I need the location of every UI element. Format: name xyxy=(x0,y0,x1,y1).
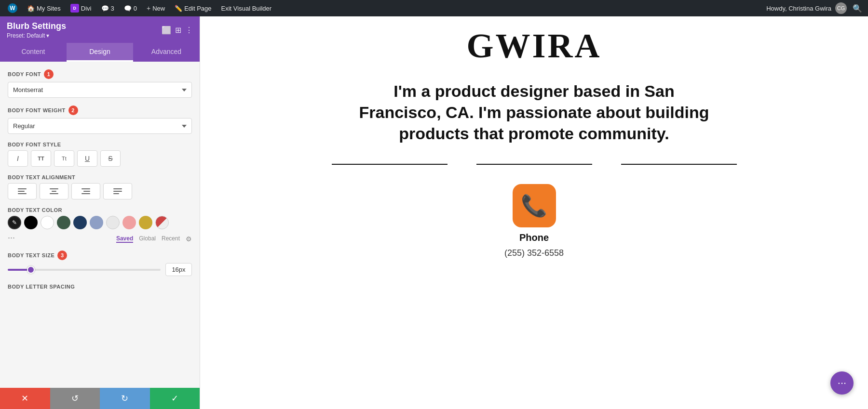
badge-1: 1 xyxy=(44,69,54,79)
align-left-button[interactable] xyxy=(8,183,37,199)
color-tab-global[interactable]: Global xyxy=(139,235,156,243)
body-letter-spacing-label: Body Letter Spacing xyxy=(8,284,192,290)
comment-icon: 🗨️ xyxy=(124,5,132,12)
slider-row: 16px xyxy=(8,263,192,276)
color-tab-saved[interactable]: Saved xyxy=(116,235,133,243)
color-white[interactable] xyxy=(41,216,54,229)
tagline-text: I'm a product designer based in San Fran… xyxy=(356,80,713,145)
panel-footer: ✕ ↺ ↻ ✓ xyxy=(0,388,200,409)
panel-content: Body Font 1 Montserrat Default Open Sans… xyxy=(0,62,200,388)
divi-icon: D xyxy=(70,4,79,13)
expand-icon[interactable]: ⬜ xyxy=(162,26,171,35)
comment-count: 3 xyxy=(111,5,114,12)
body-font-weight-field: Body Font Weight 2 Regular Thin Light Me… xyxy=(8,106,192,134)
color-light-gray[interactable] xyxy=(106,216,120,229)
search-icon[interactable]: 🔍 xyxy=(851,2,864,15)
underline-button[interactable]: U xyxy=(77,150,97,167)
chevron-down-icon: ▾ xyxy=(46,32,49,39)
exit-builder-link[interactable]: Exit Visual Builder xyxy=(217,0,276,16)
color-red-striped[interactable] xyxy=(155,216,169,229)
floating-dots-icon: ··· xyxy=(838,377,846,389)
color-dark-green[interactable] xyxy=(57,216,70,229)
save-button[interactable]: ✓ xyxy=(150,388,200,409)
color-dark-blue[interactable] xyxy=(73,216,87,229)
style-buttons: I TT Tt U S xyxy=(8,150,192,167)
plus-icon: + xyxy=(147,4,150,12)
avatar[interactable]: CG xyxy=(835,2,847,14)
body-font-weight-select[interactable]: Regular Thin Light Medium Bold xyxy=(8,118,192,134)
align-buttons xyxy=(8,183,192,199)
tab-advanced[interactable]: Advanced xyxy=(133,43,200,62)
uppercase-button[interactable]: TT xyxy=(31,150,51,167)
cancel-icon: ✕ xyxy=(21,393,28,404)
panel-preset[interactable]: Preset: Default ▾ xyxy=(7,32,66,39)
body-text-alignment-label: Body Text Alignment xyxy=(8,174,192,180)
tab-design[interactable]: Design xyxy=(67,43,133,62)
wordpress-icon: W xyxy=(8,3,17,13)
bubbles-link[interactable]: 🗨️ 0 xyxy=(120,0,141,16)
edit-page-link[interactable]: ✏️ Edit Page xyxy=(171,0,215,16)
tab-content[interactable]: Content xyxy=(0,43,67,62)
text-size-value[interactable]: 16px xyxy=(165,263,192,276)
columns-icon[interactable]: ⊞ xyxy=(175,26,181,35)
wp-logo[interactable]: W xyxy=(4,0,21,16)
badge-3: 3 xyxy=(57,251,67,260)
redo-button[interactable]: ↻ xyxy=(100,388,150,409)
bubble-count: 0 xyxy=(134,5,137,12)
house-icon: 🏠 xyxy=(27,5,35,12)
hero-title: GWIRA xyxy=(466,26,601,66)
color-tab-recent[interactable]: Recent xyxy=(162,235,180,243)
tabs-row: Content Design Advanced xyxy=(0,43,200,62)
color-settings-icon[interactable]: ⚙ xyxy=(186,235,192,243)
new-link[interactable]: + New xyxy=(143,0,169,16)
floating-options-button[interactable]: ··· xyxy=(830,371,854,395)
align-center-button[interactable] xyxy=(40,183,68,199)
pencil-icon: ✏️ xyxy=(175,5,182,12)
undo-icon: ↺ xyxy=(71,393,79,404)
edit-page-label: Edit Page xyxy=(184,5,211,12)
color-swatches-row: ✎ xyxy=(8,216,192,229)
strikethrough-button[interactable]: S xyxy=(100,150,121,167)
divi-link[interactable]: D Divi xyxy=(67,0,95,16)
color-light-pink[interactable] xyxy=(122,216,136,229)
capitalize-button[interactable]: Tt xyxy=(54,150,74,167)
panel-title: Blurb Settings xyxy=(7,21,66,31)
italic-button[interactable]: I xyxy=(8,150,28,167)
color-black[interactable] xyxy=(24,216,38,229)
comments-link[interactable]: 💬 3 xyxy=(97,0,118,16)
cancel-button[interactable]: ✕ xyxy=(0,388,50,409)
body-text-color-label: Body Text Color xyxy=(8,207,192,213)
align-right-button[interactable] xyxy=(71,183,100,199)
undo-button[interactable]: ↺ xyxy=(50,388,100,409)
speech-bubble-icon: 💬 xyxy=(101,5,109,12)
body-font-label: Body Font 1 xyxy=(8,69,192,79)
main-layout: Blurb Settings Preset: Default ▾ ⬜ ⊞ ⋮ C… xyxy=(0,16,868,409)
body-text-alignment-field: Body Text Alignment xyxy=(8,174,192,199)
top-bar-right: Howdy, Christina Gwira CG 🔍 xyxy=(766,2,864,15)
body-font-field: Body Font 1 Montserrat Default Open Sans… xyxy=(8,69,192,98)
body-letter-spacing-field: Body Letter Spacing xyxy=(8,284,192,290)
more-swatches-button[interactable]: ··· xyxy=(8,233,15,243)
slider-thumb[interactable] xyxy=(27,266,35,274)
body-font-select[interactable]: Montserrat Default Open Sans Roboto Lato xyxy=(8,82,192,98)
contact-value: (255) 352-6558 xyxy=(504,248,564,258)
color-light-blue[interactable] xyxy=(90,216,103,229)
body-font-style-label: Body Font Style xyxy=(8,142,192,147)
align-justify-button[interactable] xyxy=(103,183,132,199)
color-picker-button[interactable]: ✎ xyxy=(8,216,21,229)
redo-icon: ↻ xyxy=(121,393,128,404)
body-font-weight-label: Body Font Weight 2 xyxy=(8,106,192,115)
more-options-icon[interactable]: ⋮ xyxy=(185,26,193,35)
text-size-slider[interactable] xyxy=(8,269,161,271)
color-gold[interactable] xyxy=(139,216,152,229)
user-greeting: Howdy, Christina Gwira xyxy=(766,5,831,12)
mysites-link[interactable]: 🏠 My Sites xyxy=(23,0,65,16)
divider-3 xyxy=(621,164,737,165)
body-text-size-field: Body Text Size 3 16px xyxy=(8,251,192,276)
right-content: GWIRA I'm a product designer based in Sa… xyxy=(200,16,868,409)
body-text-color-field: Body Text Color ✎ ··· xyxy=(8,207,192,243)
contact-label: Phone xyxy=(519,232,549,243)
divider-1 xyxy=(332,164,448,165)
contact-section: 📞 Phone (255) 352-6558 xyxy=(504,184,564,258)
mysites-label: My Sites xyxy=(37,5,61,12)
